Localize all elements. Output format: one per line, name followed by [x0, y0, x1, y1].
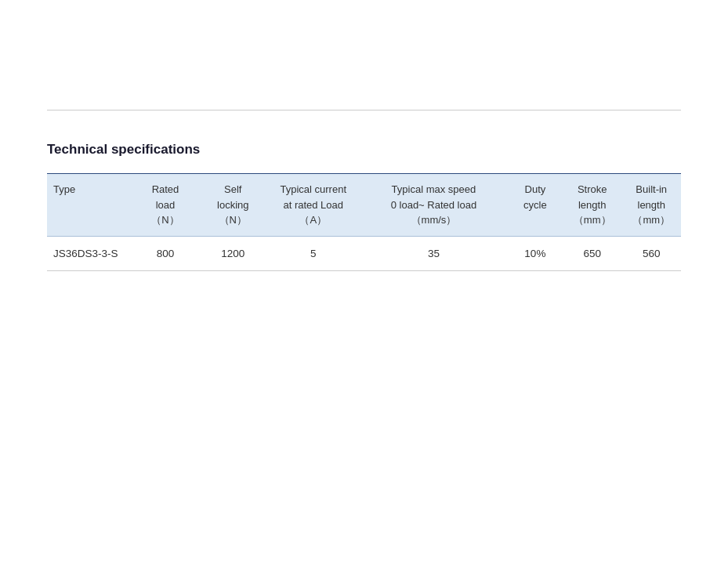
- cell-self-locking: 1200: [199, 236, 266, 270]
- table-row: JS36DS3-3-S800120053510%650560: [47, 236, 681, 270]
- cell-stroke-length: 650: [563, 236, 622, 270]
- header-typical-speed: Typical max speed0 load~ Rated load（mm/s…: [360, 174, 508, 237]
- cell-duty-cycle: 10%: [508, 236, 563, 270]
- cell-rated-load: 800: [132, 236, 199, 270]
- section-title: Technical specifications: [47, 142, 681, 158]
- page-container: Technical specifications Type Ratedload（…: [0, 110, 728, 576]
- header-stroke-length: Strokelength（mm）: [563, 174, 622, 237]
- specs-table: Type Ratedload（N） Selflocking（N） Typical…: [47, 173, 681, 271]
- cell-builtin-length: 560: [621, 236, 681, 270]
- cell-type: JS36DS3-3-S: [47, 236, 132, 270]
- header-builtin-length: Built-inlength（mm）: [621, 174, 681, 237]
- table-header-row: Type Ratedload（N） Selflocking（N） Typical…: [47, 174, 681, 237]
- header-type: Type: [47, 174, 132, 237]
- header-self-locking: Selflocking（N）: [199, 174, 266, 237]
- cell-typical-speed: 35: [360, 236, 508, 270]
- top-divider: [47, 110, 681, 110]
- cell-typical-current: 5: [266, 236, 360, 270]
- header-duty-cycle: Dutycycle: [508, 174, 563, 237]
- table-body: JS36DS3-3-S800120053510%650560: [47, 236, 681, 270]
- header-rated-load: Ratedload（N）: [132, 174, 199, 237]
- header-typical-current: Typical currentat rated Load（A）: [266, 174, 360, 237]
